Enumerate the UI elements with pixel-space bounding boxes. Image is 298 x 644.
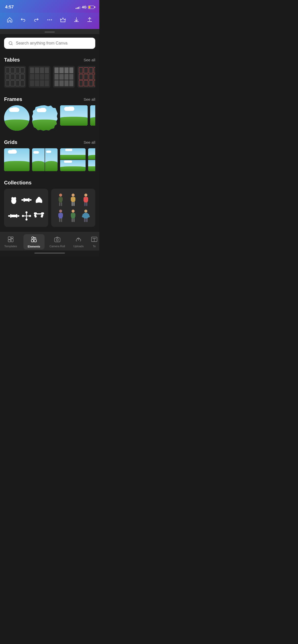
svg-rect-71 [55, 238, 60, 242]
svg-rect-6 [21, 199, 23, 201]
grid-item-two-row[interactable] [60, 148, 86, 171]
collection-card-fitness[interactable] [4, 189, 48, 227]
grids-see-all[interactable]: See all [84, 140, 95, 144]
svg-rect-66 [11, 237, 13, 238]
collection-item [8, 209, 19, 223]
tables-row [4, 66, 95, 92]
svg-point-28 [59, 194, 62, 197]
svg-point-19 [25, 211, 28, 213]
download-button[interactable] [72, 15, 81, 24]
svg-rect-55 [74, 213, 75, 217]
table-item[interactable] [29, 66, 50, 88]
svg-point-40 [84, 194, 87, 197]
svg-rect-33 [61, 202, 62, 206]
svg-rect-65 [8, 240, 11, 242]
frame-item-wavy[interactable] [32, 105, 58, 131]
collection-card-people[interactable] [51, 189, 95, 227]
search-bar[interactable] [4, 38, 95, 49]
svg-point-46 [59, 210, 62, 213]
svg-rect-64 [8, 237, 11, 239]
search-input[interactable] [16, 41, 91, 46]
collections-section: Collections [4, 175, 95, 232]
svg-rect-9 [28, 198, 30, 202]
collection-item [80, 193, 91, 207]
status-icons: 4G [76, 5, 94, 9]
frame-item-landscape1[interactable] [60, 105, 88, 131]
share-button[interactable] [85, 15, 94, 24]
collections-section-header: Collections [4, 175, 95, 189]
frame-item-landscape2[interactable] [90, 105, 95, 131]
svg-rect-31 [61, 197, 63, 201]
svg-rect-12 [8, 215, 10, 217]
grid-item-single[interactable] [4, 148, 30, 171]
bottom-nav: Templates Elements Camera Roll [0, 232, 99, 251]
home-button[interactable] [5, 15, 14, 24]
svg-point-0 [47, 19, 48, 20]
collection-item [34, 193, 44, 207]
nav-item-camera-roll[interactable]: Camera Roll [47, 235, 68, 249]
collection-item [80, 209, 91, 223]
grids-row [4, 148, 95, 175]
signal-icon [76, 5, 80, 9]
frames-section-header: Frames See all [4, 92, 95, 105]
frames-see-all[interactable]: See all [84, 97, 95, 101]
svg-rect-25 [41, 212, 44, 214]
svg-rect-63 [86, 218, 88, 222]
redo-button[interactable] [32, 15, 41, 24]
svg-rect-32 [59, 202, 60, 206]
svg-rect-62 [84, 218, 86, 222]
main-content: Tables See all [0, 52, 99, 232]
collection-item [34, 209, 44, 223]
grid-item-four[interactable] [88, 148, 95, 171]
tables-see-all[interactable]: See all [84, 58, 95, 62]
svg-point-68 [32, 237, 34, 239]
svg-rect-8 [25, 199, 28, 201]
svg-rect-30 [59, 197, 60, 201]
collection-item [21, 209, 32, 223]
svg-point-1 [49, 19, 50, 20]
svg-rect-7 [23, 198, 25, 202]
nav-label-uploads: Uploads [73, 245, 84, 248]
svg-rect-57 [73, 218, 75, 222]
collection-item [55, 193, 66, 207]
svg-rect-14 [11, 215, 16, 217]
search-icon [8, 41, 13, 46]
uploads-icon [75, 236, 82, 244]
svg-rect-44 [84, 202, 86, 206]
svg-rect-70 [34, 240, 36, 242]
svg-rect-69 [31, 240, 34, 242]
svg-point-52 [72, 210, 75, 213]
drag-handle[interactable] [45, 32, 55, 33]
svg-rect-37 [74, 197, 75, 201]
network-label: 4G [82, 5, 87, 9]
svg-rect-56 [72, 218, 73, 222]
collections-row [4, 189, 95, 227]
elements-icon [30, 236, 37, 244]
frame-item-circle[interactable] [4, 105, 30, 131]
svg-rect-13 [10, 214, 11, 218]
svg-point-2 [51, 19, 52, 20]
table-item[interactable] [77, 66, 95, 88]
status-time: 4:57 [5, 5, 14, 10]
nav-item-elements[interactable]: Elements [23, 234, 45, 250]
search-container [0, 34, 99, 52]
frames-title: Frames [4, 96, 22, 102]
svg-point-34 [72, 194, 75, 197]
table-item[interactable] [53, 66, 75, 88]
svg-rect-67 [11, 239, 13, 242]
svg-rect-39 [73, 202, 75, 206]
svg-point-20 [25, 218, 28, 221]
undo-button[interactable] [18, 15, 28, 24]
nav-label-camera-roll: Camera Roll [49, 245, 65, 248]
nav-label-templates: Templates [4, 245, 17, 248]
nav-label-te: Te [93, 245, 96, 248]
nav-item-uploads[interactable]: Uploads [68, 235, 89, 249]
tables-title: Tables [4, 57, 20, 63]
crown-button[interactable] [58, 15, 67, 24]
nav-item-te[interactable]: Te [89, 235, 99, 249]
grid-item-two-col[interactable] [32, 148, 58, 171]
more-button[interactable] [45, 15, 54, 24]
home-indicator [0, 251, 99, 257]
nav-item-templates[interactable]: Templates [0, 235, 21, 249]
table-item[interactable] [4, 66, 26, 88]
